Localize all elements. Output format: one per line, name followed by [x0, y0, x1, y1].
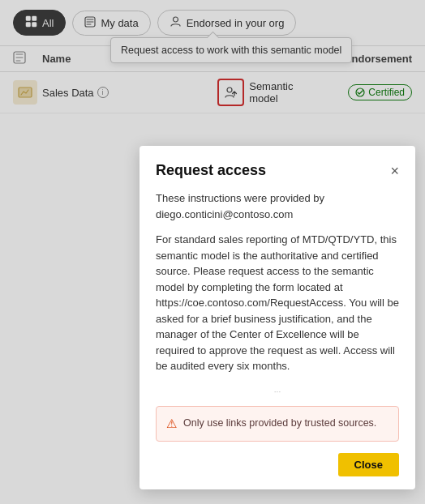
modal-close-btn[interactable]: Close — [338, 453, 399, 476]
modal-body-text: For standard sales reporting of MTD/QTD/… — [156, 232, 399, 374]
modal-header: Request access × — [156, 162, 399, 179]
modal-footer: Close — [156, 453, 399, 476]
warning-box: ⚠ Only use links provided by trusted sou… — [156, 406, 399, 442]
modal-title: Request access — [156, 162, 266, 179]
main-container: All My data Endorsed in your org Reques — [0, 0, 425, 504]
warning-triangle-icon: ⚠ — [166, 415, 177, 434]
modal-body: These instructions were provided by dieg… — [156, 190, 399, 442]
request-access-modal: Request access × These instructions were… — [140, 146, 415, 489]
modal-close-button[interactable]: × — [390, 164, 399, 178]
warning-text: Only use links provided by trusted sourc… — [183, 416, 376, 431]
scroll-hint: ··· — [156, 384, 399, 399]
modal-instruction: These instructions were provided by dieg… — [156, 190, 399, 222]
modal-overlay: Request access × These instructions were… — [0, 0, 425, 504]
